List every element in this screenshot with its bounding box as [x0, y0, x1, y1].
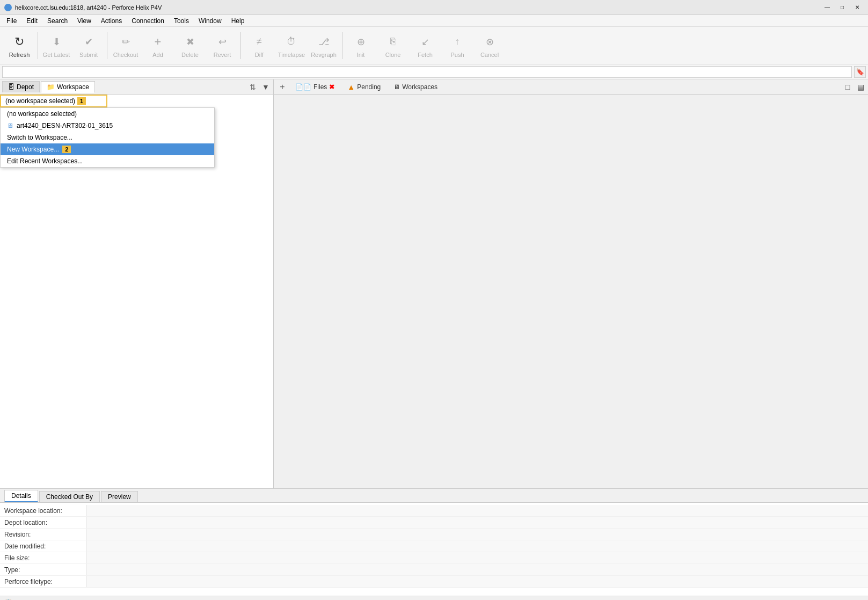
- right-panel: + 📄 Files ✖ ▲ Pending 🖥 Workspaces □ ▤: [274, 79, 868, 488]
- details-tab-label: Details: [11, 492, 31, 500]
- cancel-button[interactable]: Cancel: [475, 30, 505, 62]
- search-input[interactable]: [2, 66, 852, 78]
- fetch-button[interactable]: Fetch: [410, 30, 440, 62]
- right-panel-action-1[interactable]: □: [842, 82, 853, 92]
- init-button[interactable]: Init: [346, 30, 376, 62]
- detail-row-file-size: File size:: [0, 552, 868, 564]
- details-content: Workspace location: Depot location: Revi…: [0, 503, 868, 596]
- menu-tools[interactable]: Tools: [170, 16, 193, 26]
- cancel-icon: [481, 33, 498, 50]
- init-label: Init: [357, 52, 365, 58]
- main-area: Depot Workspace ⇅ ▼ (no workspace select…: [0, 79, 868, 488]
- cancel-label: Cancel: [480, 52, 499, 58]
- menu-actions[interactable]: Actions: [97, 16, 126, 26]
- depot-location-value: [86, 517, 868, 528]
- clone-button[interactable]: Clone: [378, 30, 408, 62]
- left-panel-tabs: Depot Workspace ⇅ ▼: [0, 79, 273, 95]
- dropdown-art4240-desn[interactable]: 🖥 art4240_DESN-ART302-01_3615: [1, 120, 214, 132]
- right-panel-tabs: + 📄 Files ✖ ▲ Pending 🖥 Workspaces □ ▤: [274, 79, 868, 95]
- detail-row-date-modified: Date modified:: [0, 540, 868, 552]
- menu-file[interactable]: File: [2, 16, 21, 26]
- switch-workspace-label: Switch to Workspace...: [7, 134, 72, 141]
- checkout-button[interactable]: Checkout: [111, 30, 141, 62]
- checkout-icon: [117, 33, 134, 50]
- revision-value: [86, 529, 868, 540]
- dropdown-no-workspace[interactable]: (no workspace selected): [1, 108, 214, 120]
- clone-label: Clone: [385, 52, 401, 58]
- tab-workspace[interactable]: Workspace: [41, 81, 95, 93]
- app-icon: [4, 4, 12, 11]
- new-workspace-badge: 2: [62, 146, 71, 153]
- edit-recent-label: Edit Recent Workspaces...: [7, 157, 83, 165]
- minimize-button[interactable]: —: [821, 2, 834, 13]
- push-icon: [449, 33, 466, 50]
- sort-action[interactable]: ⇅: [247, 82, 258, 92]
- close-button[interactable]: ✕: [851, 2, 864, 13]
- date-modified-label: Date modified:: [0, 543, 86, 550]
- toolbar: Refresh Get Latest Submit Checkout Add D…: [0, 27, 868, 64]
- details-tab-details[interactable]: Details: [4, 490, 38, 502]
- diff-button[interactable]: Diff: [244, 30, 274, 62]
- add-button[interactable]: Add: [143, 30, 173, 62]
- submit-icon: [80, 33, 97, 50]
- revgraph-icon: [315, 33, 332, 50]
- depot-tab-icon: [8, 83, 14, 91]
- delete-button[interactable]: Delete: [175, 30, 205, 62]
- dropdown-switch-workspace[interactable]: Switch to Workspace...: [1, 132, 214, 143]
- menu-help[interactable]: Help: [227, 16, 249, 26]
- files-close-button[interactable]: ✖: [329, 83, 334, 91]
- delete-icon: [181, 33, 199, 50]
- left-tabs-container: Depot Workspace: [2, 81, 95, 93]
- details-tab-checked-out[interactable]: Checked Out By: [39, 491, 100, 502]
- submit-button[interactable]: Submit: [74, 30, 104, 62]
- workspace-dropdown-menu: (no workspace selected) 🖥 art4240_DESN-A…: [0, 107, 215, 168]
- delete-label: Delete: [181, 52, 199, 58]
- dropdown-edit-recent[interactable]: Edit Recent Workspaces...: [1, 155, 214, 167]
- no-workspace-label: (no workspace selected): [7, 110, 77, 118]
- preview-tab-label: Preview: [108, 493, 131, 501]
- add-tab-button[interactable]: +: [276, 81, 289, 93]
- tab-files[interactable]: 📄 Files ✖: [289, 82, 341, 92]
- tab-workspaces[interactable]: 🖥 Workspaces: [387, 82, 444, 92]
- revert-button[interactable]: Revert: [207, 30, 237, 62]
- dropdown-new-workspace[interactable]: New Workspace... 2: [1, 143, 214, 155]
- right-content-area: [274, 95, 868, 488]
- menu-bar: File Edit Search View Actions Connection…: [0, 15, 868, 27]
- depot-location-label: Depot location:: [0, 519, 86, 526]
- tab-pending[interactable]: ▲ Pending: [341, 81, 387, 93]
- workspace-badge: 1: [77, 97, 86, 105]
- log-header: 📋 Log ✖: [0, 596, 868, 600]
- get-latest-label: Get Latest: [43, 52, 70, 58]
- workspace-selector[interactable]: (no workspace selected) 1: [0, 95, 107, 107]
- checkout-label: Checkout: [113, 52, 138, 58]
- details-tab-preview[interactable]: Preview: [101, 491, 138, 502]
- fetch-icon: [417, 33, 434, 50]
- menu-edit[interactable]: Edit: [22, 16, 42, 26]
- right-panel-action-2[interactable]: ▤: [855, 82, 866, 92]
- toolbar-separator-3: [240, 32, 241, 59]
- revgraph-button[interactable]: Revgraph: [309, 30, 339, 62]
- timelapse-button[interactable]: Timelapse: [276, 30, 307, 62]
- workspace-icon: 🖥: [7, 122, 13, 129]
- menu-window[interactable]: Window: [194, 16, 226, 26]
- push-button[interactable]: Push: [442, 30, 472, 62]
- detail-row-perforce-filetype: Perforce filetype:: [0, 576, 868, 588]
- maximize-button[interactable]: □: [836, 2, 849, 13]
- tab-depot[interactable]: Depot: [2, 81, 40, 92]
- files-tab-label: Files: [313, 83, 327, 91]
- search-bar: 🔖: [0, 64, 868, 79]
- refresh-button[interactable]: Refresh: [4, 30, 34, 62]
- log-panel: 📋 Log ✖ p4 property -l -n P4VJS.HTMLTabs…: [0, 596, 868, 600]
- menu-connection[interactable]: Connection: [127, 16, 169, 26]
- revert-icon: [214, 33, 231, 50]
- menu-view[interactable]: View: [73, 16, 96, 26]
- get-latest-button[interactable]: Get Latest: [41, 30, 71, 62]
- menu-search[interactable]: Search: [43, 16, 72, 26]
- left-panel: Depot Workspace ⇅ ▼ (no workspace select…: [0, 79, 274, 488]
- details-panel: Details Checked Out By Preview Workspace…: [0, 488, 868, 596]
- refresh-label: Refresh: [9, 52, 30, 58]
- search-bookmark-button[interactable]: 🔖: [854, 66, 866, 78]
- detail-row-depot-location: Depot location:: [0, 517, 868, 529]
- title-bar-controls[interactable]: — □ ✕: [821, 2, 864, 13]
- filter-action[interactable]: ▼: [260, 82, 271, 92]
